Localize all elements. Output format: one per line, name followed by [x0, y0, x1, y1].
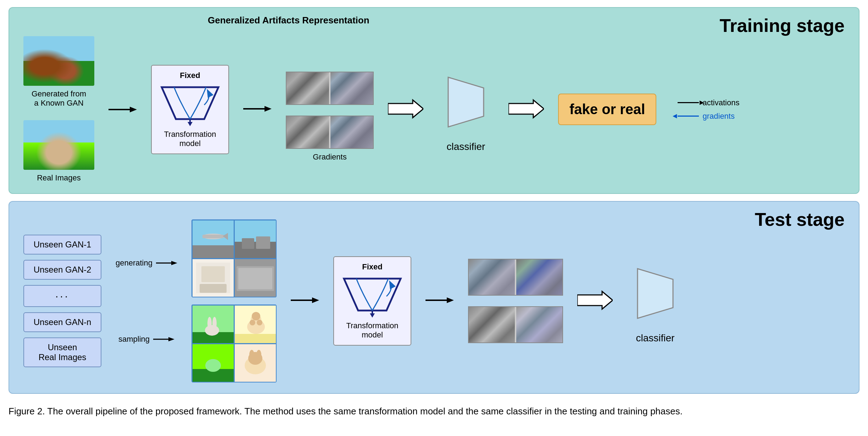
gradient-patch-upper [286, 72, 374, 105]
svg-rect-13 [193, 220, 234, 245]
svg-marker-1 [130, 107, 137, 112]
test-img-3 [193, 259, 234, 297]
fake-real-output: fake or real [558, 94, 656, 125]
svg-point-32 [207, 317, 212, 330]
dots-label: ··· [55, 290, 69, 302]
grad-patch-3 [286, 116, 329, 148]
real-image-label: Real Images [37, 173, 81, 183]
svg-marker-52 [370, 313, 375, 318]
legend-gradients: gradients [678, 112, 739, 121]
grad-patch-t2 [516, 259, 562, 295]
gan-box-n: Unseen GAN-n [23, 312, 101, 332]
grad-patch-1 [286, 72, 329, 104]
arrow3-big [388, 98, 423, 121]
test-img-1 [193, 220, 234, 258]
transform-model-training: Fixed [151, 65, 229, 154]
gan-box-real: Unseen Real Images [23, 337, 101, 367]
arrow4-big [508, 98, 544, 121]
classifier-label-test: classifier [636, 332, 675, 344]
classifier-label-training: classifier [447, 141, 485, 152]
gradients-group: Gradients [286, 57, 374, 162]
gan-list: Unseen GAN-1 Unseen GAN-2 ··· Unseen GAN… [23, 235, 101, 367]
svg-rect-21 [256, 236, 270, 249]
grad-patch-t4 [516, 307, 562, 342]
svg-point-43 [205, 359, 221, 372]
grad-patch-4 [330, 116, 373, 148]
arrow-test-big [577, 290, 613, 312]
training-panel: Training stage Generalized Artifacts Rep… [9, 7, 859, 194]
gradients-group-test [468, 259, 563, 343]
gan-box-2: Unseen GAN-2 [23, 260, 101, 280]
gradient-patch-lower [286, 116, 374, 149]
svg-marker-56 [638, 269, 673, 318]
gar-title: Generalized Artifacts Representation [208, 15, 369, 26]
gradient-patch-lower-test [468, 306, 563, 343]
svg-rect-25 [201, 266, 225, 282]
legend: activations gradients [678, 98, 739, 121]
test-img-2 [235, 220, 276, 258]
legend-activations: activations [678, 98, 739, 107]
svg-marker-8 [508, 100, 544, 118]
svg-marker-55 [577, 291, 613, 309]
svg-marker-5 [265, 106, 272, 112]
svg-point-40 [252, 312, 260, 320]
svg-point-33 [212, 317, 217, 330]
svg-point-38 [250, 320, 255, 325]
svg-rect-28 [238, 268, 272, 289]
svg-rect-24 [200, 284, 227, 293]
funnel-diagram-test [340, 275, 404, 318]
test-image-grid-1 [191, 219, 277, 297]
grad-patch-t1 [469, 259, 515, 295]
classifier-test: classifier [627, 258, 684, 344]
main-container: Training stage Generalized Artifacts Rep… [9, 7, 859, 418]
training-title: Training stage [719, 15, 845, 36]
test-images-col [191, 219, 277, 382]
generating-label: generating [116, 258, 152, 268]
classifier-training: classifier [438, 67, 494, 152]
svg-rect-16 [202, 235, 224, 238]
svg-marker-7 [448, 77, 484, 127]
svg-marker-54 [447, 297, 454, 303]
real-image [23, 120, 94, 170]
test-img-6 [235, 306, 276, 343]
arrow2 [243, 104, 272, 116]
svg-point-31 [205, 325, 219, 336]
funnel-diagram-training [158, 84, 222, 126]
arrow-test-2 [425, 295, 454, 307]
transform-model-test: Fixed [333, 256, 411, 346]
activations-arrow-icon [678, 102, 699, 103]
figure-caption: Figure 2. The overall pipeline of the pr… [9, 404, 789, 418]
test-img-5 [193, 306, 234, 343]
svg-point-48 [256, 350, 261, 360]
test-image-grid-2 [191, 304, 277, 382]
gan-image [23, 36, 94, 86]
activations-label: activations [702, 98, 739, 107]
transform-label-training: Transformation model [164, 130, 216, 148]
gan-image-label: Generated from a Known GAN [32, 89, 86, 108]
gradients-label: Gradients [313, 152, 346, 162]
svg-point-39 [257, 320, 262, 325]
test-img-8 [235, 344, 276, 382]
svg-point-47 [249, 350, 254, 360]
gradients-arrow-icon [678, 116, 699, 117]
transform-label-test: Transformation model [346, 321, 398, 340]
gradients-label-legend: gradients [702, 112, 735, 121]
test-img-7 [193, 344, 234, 382]
svg-marker-10 [171, 261, 177, 265]
svg-marker-3 [188, 122, 193, 126]
gan-box-dots: ··· [23, 285, 101, 307]
test-panel: Test stage Unseen GAN-1 Unseen GAN-2 ···… [9, 201, 859, 394]
gan-box-1: Unseen GAN-1 [23, 235, 101, 255]
grad-patch-2 [330, 72, 373, 104]
svg-rect-35 [235, 334, 276, 343]
fixed-label-test: Fixed [362, 262, 382, 272]
sampling-label: sampling [118, 335, 150, 344]
svg-marker-6 [388, 100, 423, 118]
test-title: Test stage [755, 209, 845, 230]
arrow1 [108, 104, 137, 115]
grad-patch-t3 [469, 307, 515, 342]
gradient-patch-upper-test [468, 259, 563, 296]
svg-marker-12 [168, 337, 174, 341]
test-img-4 [235, 259, 276, 297]
svg-rect-20 [242, 238, 254, 249]
